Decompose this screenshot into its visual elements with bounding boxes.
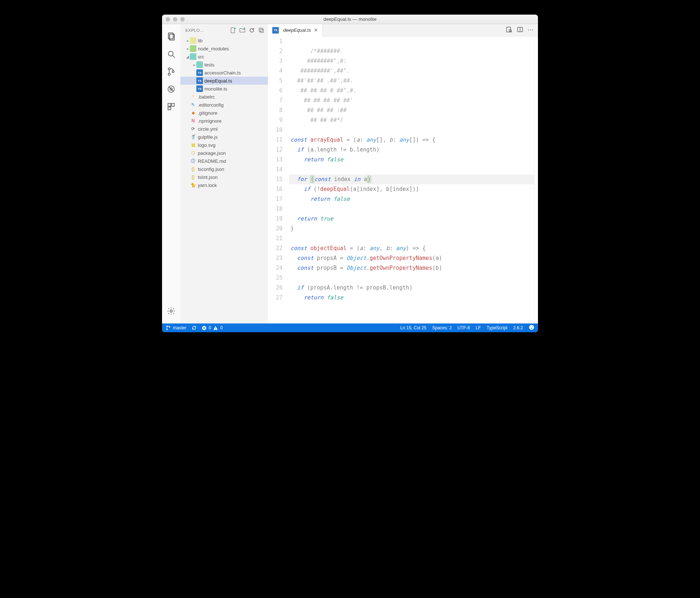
status-language[interactable]: TypeScript xyxy=(487,325,508,330)
status-eol[interactable]: LF xyxy=(476,325,481,330)
svg-point-28 xyxy=(215,329,216,329)
extensions-icon[interactable] xyxy=(162,98,180,115)
file-yarn-lock[interactable]: 🐈yarn.lock xyxy=(180,181,268,189)
svg-rect-14 xyxy=(259,28,262,31)
tab-deepequal[interactable]: TS deepEqual.ts ✕ xyxy=(268,24,323,37)
code-area[interactable]: 1234567891011121314151617181920212223242… xyxy=(268,37,538,323)
code-line[interactable]: return false xyxy=(289,293,534,303)
file-tsconfig-json[interactable]: {}tsconfig.json xyxy=(180,165,268,173)
explorer-sidebar: EXPLO… + + ▸lib▸node_modules◢sr xyxy=(180,24,268,323)
code-line[interactable] xyxy=(289,165,534,175)
code-line[interactable]: if (a.length != b.length) xyxy=(289,145,534,155)
file-tslint-json[interactable]: {}tslint.json xyxy=(180,173,268,181)
code-line[interactable]: return false xyxy=(289,155,534,165)
line-number: 1 xyxy=(268,37,282,46)
file-logo-svg[interactable]: ▦logo.svg xyxy=(180,141,268,149)
code-line[interactable]: ## ## ## # ##",#. xyxy=(289,86,534,96)
refresh-icon[interactable] xyxy=(248,27,255,34)
file-monolite-ts[interactable]: TSmonolite.ts xyxy=(180,85,268,93)
twisty-icon: ▸ xyxy=(192,63,196,67)
file-circle-yml[interactable]: ⟳circle.yml xyxy=(180,125,268,133)
split-editor-icon[interactable] xyxy=(517,26,523,34)
code-content[interactable]: /*#######. ########",#: #########',##". … xyxy=(289,37,534,323)
file-gulpfile-js[interactable]: 🥤gulpfile.js xyxy=(180,133,268,141)
line-number: 24 xyxy=(268,263,282,273)
status-sync[interactable] xyxy=(192,325,197,330)
file-tree: ▸lib▸node_modules◢src▸testsTSaccessorCha… xyxy=(180,37,268,323)
status-problems[interactable]: 0 0 xyxy=(202,325,223,330)
svg-point-2 xyxy=(168,51,173,56)
folder-tests[interactable]: ▸tests xyxy=(180,61,268,69)
file--npmignore[interactable]: N.npmignore xyxy=(180,117,268,125)
folder-src[interactable]: ◢src xyxy=(180,53,268,61)
file-readme-md[interactable]: ⓘREADME.md xyxy=(180,157,268,165)
file-accessorchain-ts[interactable]: TSaccessorChain.ts xyxy=(180,69,268,77)
code-line[interactable]: const arrayEqual = (a: any[], b: any[]) … xyxy=(289,135,534,145)
minimap[interactable] xyxy=(534,37,538,323)
tree-item-label: tslint.json xyxy=(198,175,218,180)
code-line[interactable] xyxy=(289,204,534,214)
collapse-all-icon[interactable] xyxy=(258,27,265,34)
file-icon: TS xyxy=(196,77,203,84)
code-line[interactable]: return false xyxy=(289,194,534,204)
status-indent[interactable]: Spaces: 2 xyxy=(432,325,451,330)
line-number: 15 xyxy=(268,175,282,184)
file-package-json[interactable]: ⬡package.json xyxy=(180,149,268,157)
status-encoding[interactable]: UTF-8 xyxy=(458,325,470,330)
code-line[interactable]: const propsA = Object.getOwnPropertyName… xyxy=(289,253,534,263)
code-line[interactable]: ########",#: xyxy=(289,56,534,66)
code-line[interactable]: /*#######. xyxy=(289,46,534,56)
svg-point-29 xyxy=(529,325,534,330)
code-line[interactable]: const objectEqual = (a: any, b: any) => … xyxy=(289,244,534,253)
typescript-icon: TS xyxy=(272,27,279,34)
close-tab-icon[interactable]: ✕ xyxy=(314,27,318,33)
explorer-icon[interactable] xyxy=(162,28,180,45)
line-number: 22 xyxy=(268,244,282,253)
titlebar[interactable]: deepEqual.ts — monolite xyxy=(162,15,538,24)
code-line[interactable]: } xyxy=(289,224,534,234)
file--gitignore[interactable]: ◆.gitignore xyxy=(180,109,268,117)
code-line[interactable]: ## ## ##*/ xyxy=(289,115,534,125)
new-folder-icon[interactable]: + xyxy=(239,27,246,34)
warning-icon xyxy=(213,326,218,330)
new-file-icon[interactable]: + xyxy=(229,27,236,34)
code-line[interactable]: ## ## ## ## ##' xyxy=(289,96,534,106)
svg-point-13 xyxy=(170,310,172,312)
code-line[interactable] xyxy=(289,125,534,135)
code-line[interactable]: if (propsA.length != propsB.length) xyxy=(289,283,534,293)
settings-gear-icon[interactable] xyxy=(162,302,180,320)
feedback-smiley-icon[interactable] xyxy=(529,325,534,331)
search-icon[interactable] xyxy=(162,45,180,63)
line-number: 7 xyxy=(268,96,282,106)
file-deepequal-ts[interactable]: TSdeepEqual.ts xyxy=(180,77,268,85)
line-number: 3 xyxy=(268,56,282,66)
svg-line-8 xyxy=(169,87,174,92)
file-icon: ⬡ xyxy=(190,150,196,156)
svg-point-22 xyxy=(166,329,168,330)
code-line[interactable]: ## ## ## :## xyxy=(289,106,534,115)
code-line[interactable]: const propsB = Object.getOwnPropertyName… xyxy=(289,263,534,273)
debug-icon[interactable] xyxy=(162,80,180,98)
more-actions-icon[interactable]: ⋯ xyxy=(528,26,534,34)
find-in-file-icon[interactable] xyxy=(506,26,512,34)
file-icon: 🥤 xyxy=(190,134,196,140)
code-line[interactable] xyxy=(289,273,534,283)
status-ts-version[interactable]: 2.6.2 xyxy=(513,325,523,330)
code-line[interactable]: for (const index in a) xyxy=(289,175,534,184)
file--editorconfig[interactable]: ✎.editorconfig xyxy=(180,101,268,109)
folder-lib[interactable]: ▸lib xyxy=(180,37,268,45)
code-line[interactable]: if (!deepEqual(a[index], b[index])) xyxy=(289,184,534,194)
code-line[interactable] xyxy=(289,234,534,244)
code-line[interactable] xyxy=(289,37,534,46)
branch-icon xyxy=(166,325,171,330)
code-line[interactable]: return true xyxy=(289,214,534,224)
code-line[interactable]: #########',##". xyxy=(289,66,534,76)
tree-item-label: README.md xyxy=(198,158,226,164)
scm-icon[interactable] xyxy=(162,63,180,80)
tree-item-label: gulpfile.js xyxy=(198,134,218,140)
status-branch[interactable]: master xyxy=(166,325,186,330)
folder-node-modules[interactable]: ▸node_modules xyxy=(180,45,268,53)
code-line[interactable]: ##'##'## .##',##. xyxy=(289,76,534,86)
file--babelrc[interactable]: ࿓.babelrc xyxy=(180,93,268,101)
status-cursor[interactable]: Ln 15, Col 25 xyxy=(400,325,426,330)
